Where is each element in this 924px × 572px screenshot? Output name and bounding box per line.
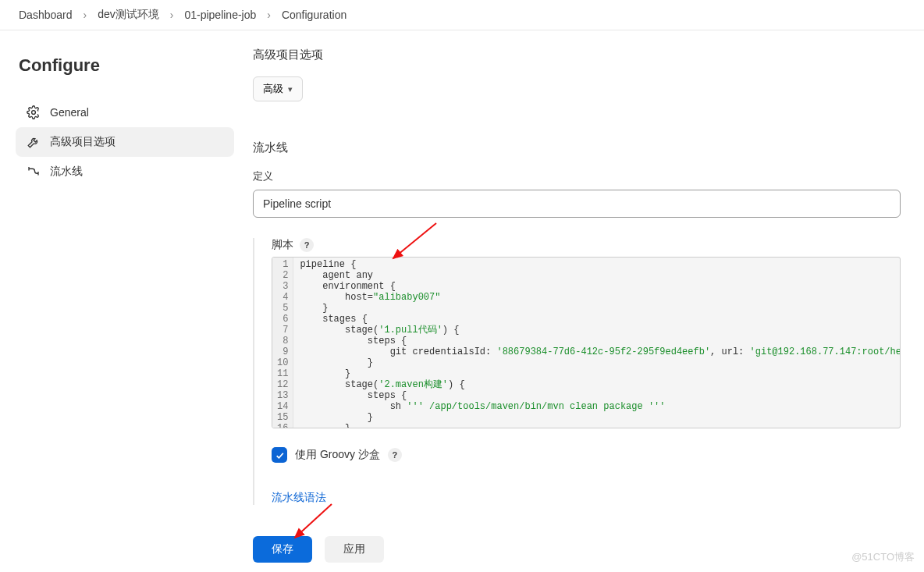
breadcrumb: Dashboard › dev测试环境 › 01-pipeline-job › … — [0, 0, 924, 30]
breadcrumb-item[interactable]: Dashboard — [16, 7, 76, 23]
svg-line-2 — [295, 504, 332, 538]
breadcrumb-item[interactable]: 01-pipeline-job — [181, 7, 259, 23]
breadcrumb-item[interactable]: dev测试环境 — [94, 6, 162, 23]
advanced-heading: 高级项目选项 — [253, 48, 924, 62]
sidebar-item-label: General — [50, 106, 89, 119]
chevron-down-icon: ▾ — [288, 84, 293, 94]
sidebar-item-general[interactable]: General — [16, 98, 234, 127]
sidebar: Configure General 高级项目选项 — [0, 30, 242, 572]
wrench-icon — [27, 135, 41, 149]
gear-icon — [27, 105, 41, 119]
definition-select[interactable]: Pipeline script — [253, 190, 901, 218]
pipeline-syntax-link[interactable]: 流水线语法 — [272, 491, 326, 503]
apply-button[interactable]: 应用 — [325, 536, 384, 563]
sandbox-label: 使用 Groovy 沙盒 — [295, 448, 380, 462]
sidebar-item-pipeline[interactable]: 流水线 — [16, 157, 234, 187]
script-label: 脚本 — [272, 238, 293, 252]
page-title: Configure — [19, 55, 234, 76]
save-button[interactable]: 保存 — [253, 536, 312, 563]
advanced-button-label: 高级 — [263, 82, 283, 96]
advanced-button[interactable]: 高级 ▾ — [253, 76, 303, 101]
breadcrumb-item[interactable]: Configuration — [279, 7, 350, 23]
script-editor[interactable]: 123456789101112131415161718 pipeline { a… — [272, 257, 901, 428]
chevron-right-icon: › — [79, 9, 92, 21]
sidebar-item-advanced[interactable]: 高级项目选项 — [16, 127, 234, 157]
help-icon[interactable]: ? — [388, 448, 402, 462]
chevron-right-icon: › — [165, 9, 179, 21]
sidebar-item-label: 流水线 — [50, 165, 83, 179]
chevron-right-icon: › — [262, 9, 275, 21]
sandbox-checkbox[interactable] — [272, 447, 287, 463]
main-content: 高级项目选项 高级 ▾ 流水线 定义 Pipeline script 脚本 ? — [242, 30, 924, 572]
pipeline-icon — [27, 165, 41, 179]
pipeline-heading: 流水线 — [253, 140, 924, 155]
definition-label: 定义 — [253, 169, 924, 183]
watermark: @51CTO博客 — [851, 550, 915, 564]
svg-point-0 — [32, 111, 36, 115]
sidebar-item-label: 高级项目选项 — [50, 135, 116, 149]
help-icon[interactable]: ? — [300, 238, 314, 252]
